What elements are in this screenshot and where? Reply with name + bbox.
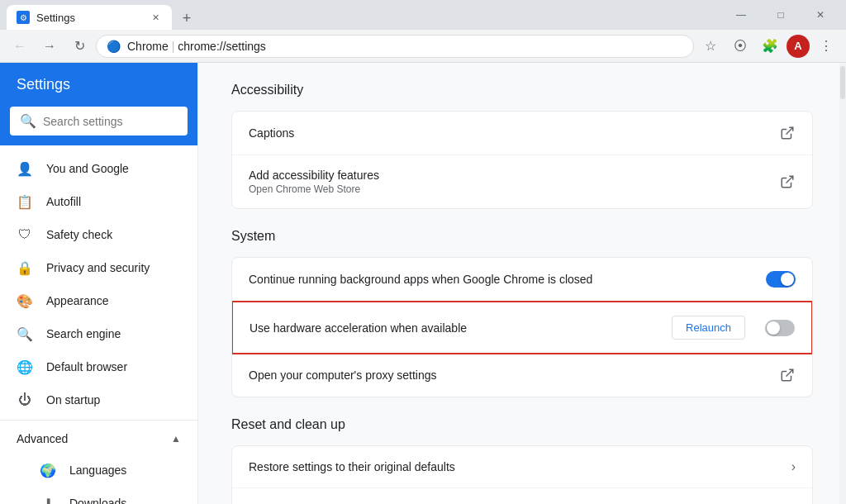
accessibility-card: Captions (231, 111, 813, 209)
settings-content: Accessibility Captions (198, 63, 846, 504)
main-content: Accessibility Captions (198, 63, 846, 504)
tab-title: Settings (36, 12, 142, 24)
secure-icon: 🔵 (107, 40, 121, 53)
hardware-acceleration-toggle-thumb (767, 321, 780, 335)
system-card: Continue running background apps when Go… (231, 257, 813, 397)
sidebar: Settings 🔍 👤 You and Google 📋 Autofill (0, 63, 198, 504)
sidebar-divider (0, 420, 197, 421)
address-text: Chrome | chrome://settings (127, 40, 683, 53)
svg-line-1 (787, 176, 793, 183)
startup-icon: ⏻ (17, 392, 33, 408)
background-apps-title: Continue running background apps when Go… (249, 273, 766, 286)
maximize-button[interactable]: □ (762, 5, 800, 25)
browser-content: Settings 🔍 👤 You and Google 📋 Autofill (0, 63, 846, 504)
tab-favicon: ⚙ (17, 11, 30, 24)
search-engine-icon: 🔍 (17, 326, 33, 342)
accessibility-section: Accessibility Captions (231, 83, 813, 209)
restore-chevron-icon: › (791, 459, 796, 474)
sidebar-item-downloads[interactable]: ⬇ Downloads (0, 487, 191, 504)
sidebar-item-search-engine[interactable]: 🔍 Search engine (0, 317, 191, 350)
svg-line-0 (787, 127, 793, 134)
sidebar-item-autofill[interactable]: 📋 Autofill (0, 185, 191, 218)
palette-icon: 🎨 (17, 292, 33, 309)
clean-up-row[interactable]: Clean up computer › (232, 488, 812, 504)
menu-button[interactable]: ⋮ (813, 33, 839, 59)
extensions-button[interactable]: 🧩 (757, 33, 783, 59)
system-title: System (231, 229, 813, 244)
scrollbar[interactable] (839, 63, 846, 504)
profile-avatar[interactable]: A (787, 35, 810, 58)
nav-right-controls: ☆ ⦿ 🧩 A ⋮ (697, 33, 839, 59)
sidebar-search-area: 🔍 (0, 107, 197, 145)
search-bar[interactable]: 🔍 (10, 107, 188, 136)
new-tab-button[interactable]: + (175, 7, 198, 30)
search-icon: 🔍 (20, 113, 36, 129)
background-apps-toggle[interactable] (766, 271, 796, 288)
system-section: System Continue running background apps … (231, 229, 813, 397)
chrome-button[interactable]: ⦿ (727, 33, 753, 59)
minimize-button[interactable]: — (722, 5, 760, 25)
hardware-acceleration-title: Use hardware acceleration when available (250, 321, 672, 335)
proxy-settings-title: Open your computer's proxy settings (249, 368, 779, 382)
add-accessibility-row[interactable]: Add accessibility features Open Chrome W… (232, 155, 812, 208)
reload-button[interactable]: ↻ (66, 33, 93, 59)
autofill-icon: 📋 (17, 193, 33, 210)
add-accessibility-external-icon (779, 174, 796, 190)
advanced-chevron-icon: ▲ (171, 433, 181, 445)
forward-button[interactable]: → (36, 33, 63, 59)
sidebar-item-safety-check[interactable]: 🛡 Safety check (0, 218, 191, 251)
add-accessibility-title: Add accessibility features (249, 169, 779, 182)
hardware-acceleration-controls: Relaunch (672, 316, 795, 340)
sidebar-item-default-browser[interactable]: 🌐 Default browser (0, 350, 191, 383)
shield-icon: 🛡 (17, 226, 33, 243)
svg-line-2 (787, 369, 793, 376)
accessibility-title: Accessibility (231, 83, 813, 97)
proxy-settings-external-icon (779, 367, 796, 383)
downloads-icon: ⬇ (40, 495, 56, 504)
add-accessibility-subtitle: Open Chrome Web Store (249, 183, 779, 195)
background-apps-row[interactable]: Continue running background apps when Go… (232, 258, 812, 302)
settings-title: Settings (0, 63, 197, 107)
captions-title: Captions (249, 126, 779, 140)
captions-row[interactable]: Captions (232, 112, 812, 155)
sidebar-item-appearance[interactable]: 🎨 Appearance (0, 284, 191, 317)
lock-icon: 🔒 (17, 259, 33, 276)
background-apps-toggle-thumb (781, 273, 794, 286)
reset-title: Reset and clean up (231, 417, 813, 432)
sidebar-item-languages[interactable]: 🌍 Languages (0, 454, 191, 487)
back-button[interactable]: ← (7, 33, 33, 59)
sidebar-item-privacy-security[interactable]: 🔒 Privacy and security (0, 251, 191, 284)
window-controls: — □ ✕ (722, 5, 839, 30)
browser-icon: 🌐 (17, 359, 33, 375)
navigation-bar: ← → ↻ 🔵 Chrome | chrome://settings ☆ ⦿ 🧩… (0, 30, 846, 63)
hardware-acceleration-row[interactable]: Use hardware acceleration when available… (231, 301, 813, 354)
scroll-thumb[interactable] (840, 66, 845, 99)
sidebar-item-you-and-google[interactable]: 👤 You and Google (0, 152, 191, 185)
tab-close-button[interactable]: ✕ (149, 11, 162, 24)
address-bar[interactable]: 🔵 Chrome | chrome://settings (96, 35, 694, 58)
proxy-settings-row[interactable]: Open your computer's proxy settings (232, 354, 812, 397)
search-input[interactable] (43, 115, 188, 128)
restore-settings-row[interactable]: Restore settings to their original defau… (232, 446, 812, 488)
person-icon: 👤 (17, 160, 33, 177)
reset-section: Reset and clean up Restore settings to t… (231, 417, 813, 504)
restore-settings-title: Restore settings to their original defau… (249, 460, 791, 473)
hardware-acceleration-toggle[interactable] (765, 320, 795, 336)
reset-card: Restore settings to their original defau… (231, 445, 813, 504)
relaunch-button[interactable]: Relaunch (672, 316, 745, 340)
bookmark-button[interactable]: ☆ (697, 33, 724, 59)
active-tab[interactable]: ⚙ Settings ✕ (7, 5, 172, 30)
captions-external-icon (779, 125, 796, 141)
advanced-section-header[interactable]: Advanced ▲ (0, 424, 197, 454)
close-button[interactable]: ✕ (801, 5, 839, 25)
languages-icon: 🌍 (40, 462, 56, 478)
sidebar-nav: 👤 You and Google 📋 Autofill 🛡 Safety che… (0, 145, 197, 504)
sidebar-item-on-startup[interactable]: ⏻ On startup (0, 383, 191, 416)
